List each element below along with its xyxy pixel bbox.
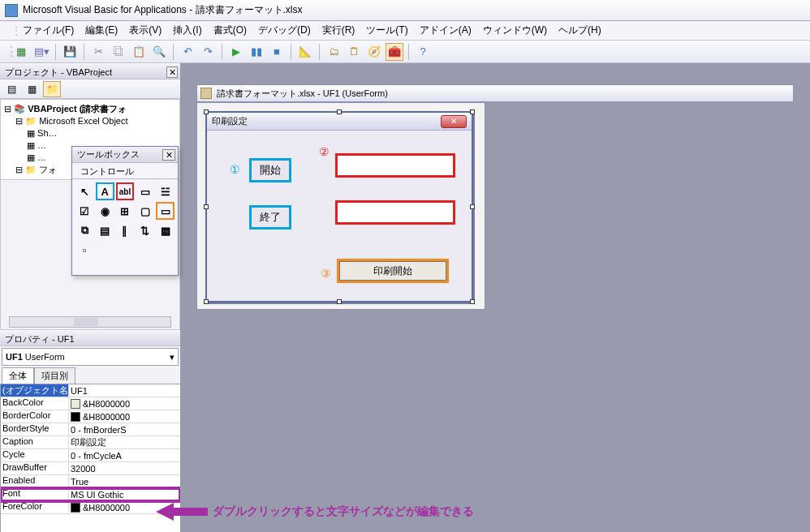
project-panel-header: プロジェクト - VBAProject ✕ (0, 63, 180, 79)
tb-excel-icon[interactable]: ▦ (12, 43, 30, 61)
tool-togglebutton-icon[interactable]: ⊞ (116, 202, 135, 220)
project-panel-close-icon[interactable]: ✕ (166, 66, 178, 78)
toolbox-tab-controls[interactable]: コントロール (72, 163, 178, 179)
tool-pointer-icon[interactable]: ↖ (75, 182, 94, 200)
menu-insert[interactable]: 挿入(I) (168, 21, 206, 40)
tool-image-icon[interactable]: ▩ (156, 221, 174, 239)
app-title: Microsoft Visual Basic for Applications … (23, 3, 303, 17)
toolbox-close-icon[interactable]: ✕ (162, 149, 175, 161)
mdi-canvas: 請求書フォーマット.xlsx - UF1 (UserForm) 印刷設定 ✕ ①… (180, 63, 810, 532)
view-object-icon[interactable]: ▦ (23, 81, 41, 97)
tool-listbox-icon[interactable]: ☱ (156, 182, 174, 200)
tb-redo-icon[interactable]: ↷ (199, 43, 217, 61)
menu-window[interactable]: ウィンドウ(W) (478, 21, 552, 40)
property-row[interactable]: BorderStyle0 - fmBorderS (1, 423, 180, 436)
menu-run[interactable]: 実行(R) (317, 21, 360, 40)
userform[interactable]: 印刷設定 ✕ ① ② ③ 開始 終了 印刷開始 (205, 111, 473, 302)
menu-help[interactable]: ヘルプ(H) (554, 21, 606, 40)
tool-multipage-icon[interactable]: ▤ (96, 221, 114, 239)
properties-tabs: 全体 項目別 (0, 367, 180, 384)
menu-view[interactable]: 表示(V) (124, 21, 166, 40)
textbox-end[interactable] (335, 200, 455, 225)
tb-break-icon[interactable]: ▮▮ (248, 43, 265, 61)
property-row[interactable]: EnabledTrue (1, 475, 180, 488)
tool-tabstrip-icon[interactable]: ⧉ (75, 221, 94, 239)
menu-format[interactable]: 書式(O) (209, 21, 252, 40)
tb-save-icon[interactable]: 💾 (61, 43, 79, 61)
property-row[interactable]: FontMS UI Gothic (1, 488, 180, 501)
callout-text: ダブルクリックすると文字サイズなどが編集できる (213, 504, 474, 519)
tb-copy-icon[interactable]: ⿻ (110, 43, 127, 61)
callout-arrow-icon (156, 503, 208, 521)
tool-checkbox-icon[interactable]: ☑ (75, 202, 94, 220)
tb-find-icon[interactable]: 🔍 (150, 43, 168, 61)
tab-categorized[interactable]: 項目別 (34, 367, 75, 384)
menu-edit[interactable]: 編集(E) (80, 21, 123, 40)
tb-paste-icon[interactable]: 📋 (130, 43, 148, 61)
userform-titlebar: 印刷設定 ✕ (207, 113, 472, 131)
button-print-start[interactable]: 印刷開始 (337, 259, 449, 283)
tool-combobox-icon[interactable]: ▭ (136, 182, 154, 200)
properties-grid[interactable]: (オブジェクト名)UF1BackColor&H8000000BorderColo… (0, 384, 180, 532)
tool-frame-icon[interactable]: ▢ (136, 202, 154, 220)
app-icon (5, 4, 18, 17)
tool-textbox-icon[interactable]: abl (116, 182, 135, 200)
tb-reset-icon[interactable]: ■ (268, 43, 286, 61)
toolbox-window[interactable]: ツールボックス ✕ コントロール ↖ A abl ▭ ☱ ☑ ◉ ⊞ ▢ ▭ ⧉… (71, 146, 179, 276)
tb-design-icon[interactable]: 📐 (296, 43, 314, 61)
annotation-3: ③ (321, 267, 331, 280)
tb-insert-icon[interactable]: ▤▾ (32, 43, 50, 61)
tool-commandbutton-icon[interactable]: ▭ (156, 202, 174, 220)
menu-addins[interactable]: アドイン(A) (415, 21, 476, 40)
mdi-child-titlebar[interactable]: 請求書フォーマット.xlsx - UF1 (UserForm) (196, 84, 794, 102)
tab-all[interactable]: 全体 (2, 367, 34, 384)
tb-properties-icon[interactable]: 🗒 (345, 43, 363, 61)
app-titlebar: Microsoft Visual Basic for Applications … (0, 0, 810, 21)
menu-file[interactable]: ファイル(F) (18, 21, 79, 40)
properties-object-combo[interactable]: UF1 UserForm▾ (2, 348, 179, 366)
tool-label-icon[interactable]: A (96, 182, 114, 200)
annotation-2: ② (319, 145, 330, 158)
toolbox-titlebar[interactable]: ツールボックス ✕ (72, 147, 178, 163)
view-code-icon[interactable]: ▤ (2, 81, 20, 97)
tb-project-explorer-icon[interactable]: 🗂 (325, 43, 343, 61)
tool-spinbutton-icon[interactable]: ⇅ (136, 221, 154, 239)
form-designer-host: 印刷設定 ✕ ① ② ③ 開始 終了 印刷開始 (196, 102, 485, 310)
svg-marker-0 (156, 503, 208, 521)
property-row[interactable]: Cycle0 - fmCycleA (1, 449, 180, 462)
tb-cut-icon[interactable]: ✂ (89, 43, 107, 61)
tb-help-icon[interactable]: ? (414, 43, 432, 61)
property-row[interactable]: BackColor&H8000000 (1, 397, 180, 410)
tb-undo-icon[interactable]: ↶ (179, 43, 196, 61)
label-end[interactable]: 終了 (249, 205, 291, 230)
tool-scrollbar-icon[interactable]: ∥ (116, 221, 135, 239)
tool-refedit-icon[interactable]: ▫ (75, 241, 94, 259)
toggle-folders-icon[interactable]: 📁 (43, 81, 61, 97)
property-row[interactable]: Caption印刷設定 (1, 436, 180, 449)
userform-close-button[interactable]: ✕ (441, 115, 467, 128)
property-row[interactable]: BorderColor&H8000000 (1, 410, 180, 423)
label-start[interactable]: 開始 (249, 158, 291, 182)
property-row[interactable]: DrawBuffer32000 (1, 462, 180, 475)
menu-debug[interactable]: デバッグ(D) (253, 21, 316, 40)
tb-run-icon[interactable]: ▶ (227, 43, 245, 61)
properties-panel-header: プロパティ - UF1 (0, 330, 180, 346)
project-hscroll[interactable] (9, 316, 171, 328)
annotation-1: ① (230, 163, 240, 176)
property-row[interactable]: (オブジェクト名)UF1 (1, 384, 180, 397)
form-icon (200, 88, 212, 99)
menu-tools[interactable]: ツール(T) (361, 21, 412, 40)
chevron-down-icon: ▾ (170, 352, 174, 363)
property-row[interactable]: ForeColor&H8000000 (1, 501, 180, 514)
tb-toolbox-icon[interactable]: 🧰 (386, 43, 403, 61)
tb-object-browser-icon[interactable]: 🧭 (365, 43, 383, 61)
textbox-start[interactable] (335, 153, 455, 178)
menubar: ⋮ ファイル(F) 編集(E) 表示(V) 挿入(I) 書式(O) デバッグ(D… (0, 21, 810, 41)
project-toolbar: ▤ ▦ 📁 (0, 79, 180, 99)
tool-optionbutton-icon[interactable]: ◉ (96, 202, 114, 220)
main-toolbar: ⋮ ▦ ▤▾ 💾 ✂ ⿻ 📋 🔍 ↶ ↷ ▶ ▮▮ ■ 📐 🗂 🗒 🧭 🧰 ? (0, 41, 810, 63)
